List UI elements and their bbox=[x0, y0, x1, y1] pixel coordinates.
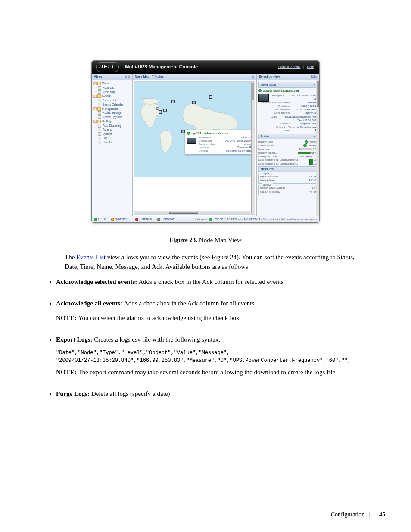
events-intro: The Events List view allows you to view … bbox=[65, 253, 368, 272]
status-row: Battery run time 6 h 10 mn 05 s bbox=[258, 155, 318, 158]
tooltip-row: LocationComputer Room bbox=[199, 146, 255, 149]
collapse-icon[interactable]: − bbox=[314, 83, 315, 87]
tree-item[interactable]: System bbox=[93, 132, 131, 136]
map-node-icon[interactable] bbox=[171, 100, 175, 103]
progress-bar bbox=[298, 152, 311, 154]
dot-critical-icon bbox=[135, 218, 138, 221]
tree-item[interactable]: Events Calendar bbox=[93, 103, 131, 107]
selection-panel: Selection view Information− ups102.mbdev… bbox=[257, 74, 319, 216]
panel-controls[interactable] bbox=[251, 75, 254, 79]
tree-item[interactable]: Node List bbox=[93, 86, 131, 90]
status-row: Load segment #2: Load Segment2 On bbox=[258, 162, 318, 165]
item-icon bbox=[98, 124, 101, 128]
item-icon bbox=[98, 128, 101, 131]
code-sample: "Date","Node","Type","Level","Object","V… bbox=[56, 349, 368, 364]
tree-item-label: Auto Discovery bbox=[103, 124, 121, 128]
status-unknown[interactable]: Unknown: 0 bbox=[157, 217, 177, 221]
tree-item-label: Views bbox=[102, 81, 109, 86]
tree-item[interactable]: User List bbox=[93, 140, 131, 145]
tree-item-label: Events List bbox=[103, 98, 116, 103]
output-group-label: Output bbox=[262, 183, 273, 187]
tree-item[interactable]: Events List bbox=[93, 98, 131, 103]
map-node-icon[interactable] bbox=[159, 110, 162, 114]
folder-icon bbox=[97, 107, 101, 111]
last-event-value: 05/10/12 - 10:33:27 am - 166.99.250.31 -… bbox=[215, 218, 317, 221]
measure-row: Output frequency49 Hz bbox=[260, 190, 316, 193]
map-node-icon[interactable] bbox=[192, 101, 196, 104]
folder-icon bbox=[97, 120, 101, 123]
collapse-icon[interactable]: − bbox=[314, 167, 315, 171]
tree-item[interactable]: Nodes Upgrade bbox=[93, 115, 131, 119]
tree-item[interactable]: -Management bbox=[93, 107, 131, 111]
app-header: DELL Multi-UPS Management Console Logout… bbox=[92, 61, 319, 74]
dot-unknown-icon bbox=[157, 218, 160, 221]
expand-icon[interactable]: - bbox=[93, 95, 97, 98]
status-row: Battery state Resting bbox=[258, 140, 318, 143]
views-panel-title-text: Views bbox=[94, 75, 103, 79]
map-node-icon[interactable] bbox=[163, 109, 167, 112]
status-critical[interactable]: Critical: 0 bbox=[135, 217, 152, 221]
map-node-icon[interactable] bbox=[181, 130, 185, 133]
tree-item-label: Actions bbox=[103, 128, 112, 132]
page-number: 45 bbox=[379, 511, 385, 518]
selection-v-scrollbar[interactable] bbox=[316, 80, 319, 216]
world-map[interactable]: ups102.mbdevd.ch.etn.com IP address166.9… bbox=[134, 82, 255, 177]
status-ok-icon bbox=[303, 144, 307, 147]
status-ok-icon bbox=[305, 140, 308, 144]
bullet-item: Acknowledge all events: Adds a check box… bbox=[56, 299, 368, 323]
status-section-header: Status bbox=[261, 134, 269, 138]
tree-item[interactable]: Auto Discovery bbox=[93, 124, 131, 128]
expand-icon[interactable]: - bbox=[93, 82, 97, 85]
application-screenshot: DELL Multi-UPS Management Console Logout… bbox=[91, 60, 320, 223]
info-row: Serial numberazertyuiop bbox=[271, 111, 318, 115]
tree-item[interactable]: Actions bbox=[93, 128, 131, 132]
tree-item-label: Nodes Settings bbox=[103, 111, 121, 115]
tooltip-row: Serial numberazertyuiop bbox=[199, 143, 255, 146]
device-thumb-icon bbox=[187, 138, 196, 144]
panel-controls[interactable] bbox=[124, 75, 130, 79]
tree-item[interactable]: -Views bbox=[93, 81, 131, 86]
item-icon bbox=[98, 132, 101, 136]
tooltip-row: IP address166.99.250.67 bbox=[199, 136, 255, 140]
bullet-item: Export Logs: Creates a logs.csv file wit… bbox=[56, 335, 368, 377]
tree-item[interactable]: Nodes Settings bbox=[93, 111, 131, 115]
map-viewport[interactable]: ups102.mbdevd.ch.etn.com IP address166.9… bbox=[134, 81, 255, 215]
tree-item[interactable]: Node Map bbox=[93, 90, 131, 94]
collapse-icon[interactable]: − bbox=[314, 134, 315, 138]
help-link[interactable]: Help bbox=[307, 65, 314, 69]
segment-on-icon bbox=[309, 159, 313, 162]
panel-controls[interactable] bbox=[311, 75, 317, 79]
status-warning[interactable]: Warning: 1 bbox=[111, 217, 130, 221]
status-ok-icon bbox=[187, 132, 190, 135]
tree-item[interactable]: -Settings bbox=[93, 119, 131, 124]
note: NOTE: The export command may take severa… bbox=[56, 368, 368, 377]
tree-item[interactable]: -Events bbox=[93, 94, 131, 98]
item-icon bbox=[98, 86, 101, 90]
note: NOTE: You can select the alarms to ackno… bbox=[56, 314, 368, 323]
tree-item-label: Events bbox=[102, 94, 111, 98]
status-ok[interactable]: OK: 6 bbox=[94, 217, 106, 221]
map-v-scrollbar[interactable] bbox=[251, 82, 255, 214]
tree-item-label: Nodes Upgrade bbox=[103, 115, 122, 119]
expand-icon[interactable]: - bbox=[93, 120, 97, 123]
map-h-scrollbar[interactable] bbox=[134, 211, 250, 214]
map-node-icon[interactable] bbox=[156, 107, 159, 110]
info-row: IP address166.99.250.67 bbox=[271, 104, 318, 108]
dot-ok-icon bbox=[209, 218, 212, 221]
page-footer: Configuration | 45 bbox=[331, 510, 385, 519]
events-list-link: Events List bbox=[76, 254, 106, 261]
item-icon bbox=[98, 103, 101, 106]
folder-icon bbox=[97, 94, 101, 98]
map-node-icon[interactable] bbox=[209, 95, 212, 99]
item-icon bbox=[98, 99, 101, 102]
logout-link[interactable]: Logout 'admin' bbox=[278, 65, 301, 69]
status-ok-icon bbox=[258, 89, 262, 92]
app-title: Multi-UPS Management Console bbox=[125, 64, 198, 71]
tooltip-row: DescriptionDell UPS Tower 1920W HV bbox=[199, 140, 255, 143]
status-row: Load segment #1: Load Segment1 On bbox=[258, 158, 318, 162]
node-tooltip: ups102.mbdevd.ch.etn.com IP address166.9… bbox=[185, 130, 255, 155]
map-panel-title: Node Map - 7 Nodes bbox=[133, 74, 256, 80]
expand-icon[interactable]: - bbox=[93, 107, 97, 110]
tree-item[interactable]: Log bbox=[93, 136, 131, 140]
tree-item-label: Node Map bbox=[103, 90, 115, 94]
